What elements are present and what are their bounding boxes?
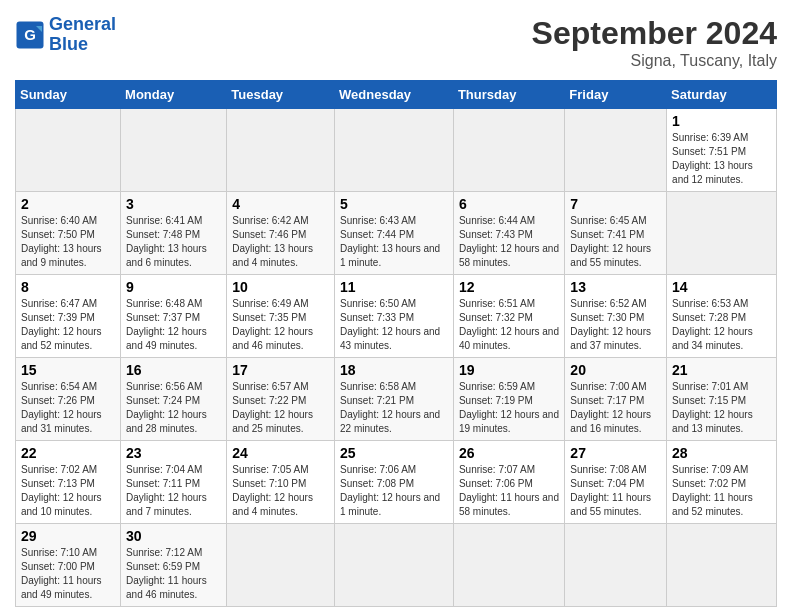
day-number: 13 [570, 279, 661, 295]
day-info: Sunrise: 7:10 AMSunset: 7:00 PMDaylight:… [21, 546, 115, 602]
day-number: 8 [21, 279, 115, 295]
col-header-saturday: Saturday [667, 81, 777, 109]
col-header-sunday: Sunday [16, 81, 121, 109]
logo-text: General Blue [49, 15, 116, 55]
calendar-cell: 4Sunrise: 6:42 AMSunset: 7:46 PMDaylight… [227, 192, 335, 275]
day-number: 27 [570, 445, 661, 461]
calendar-cell [565, 524, 667, 607]
calendar-cell: 22Sunrise: 7:02 AMSunset: 7:13 PMDayligh… [16, 441, 121, 524]
day-number: 11 [340, 279, 448, 295]
day-info: Sunrise: 7:00 AMSunset: 7:17 PMDaylight:… [570, 380, 661, 436]
day-info: Sunrise: 6:47 AMSunset: 7:39 PMDaylight:… [21, 297, 115, 353]
day-info: Sunrise: 6:56 AMSunset: 7:24 PMDaylight:… [126, 380, 221, 436]
calendar-cell [667, 524, 777, 607]
day-number: 9 [126, 279, 221, 295]
day-number: 29 [21, 528, 115, 544]
day-info: Sunrise: 6:58 AMSunset: 7:21 PMDaylight:… [340, 380, 448, 436]
calendar-cell [453, 524, 564, 607]
calendar-cell: 2Sunrise: 6:40 AMSunset: 7:50 PMDaylight… [16, 192, 121, 275]
day-info: Sunrise: 7:06 AMSunset: 7:08 PMDaylight:… [340, 463, 448, 519]
calendar-cell: 25Sunrise: 7:06 AMSunset: 7:08 PMDayligh… [335, 441, 454, 524]
day-number: 19 [459, 362, 559, 378]
day-number: 12 [459, 279, 559, 295]
day-info: Sunrise: 6:57 AMSunset: 7:22 PMDaylight:… [232, 380, 329, 436]
calendar-cell [453, 109, 564, 192]
logo-line1: General [49, 14, 116, 34]
day-info: Sunrise: 7:04 AMSunset: 7:11 PMDaylight:… [126, 463, 221, 519]
day-number: 21 [672, 362, 771, 378]
calendar-cell: 18Sunrise: 6:58 AMSunset: 7:21 PMDayligh… [335, 358, 454, 441]
month-year-title: September 2024 [532, 15, 777, 52]
page-header: G General Blue September 2024 Signa, Tus… [15, 15, 777, 70]
day-info: Sunrise: 6:45 AMSunset: 7:41 PMDaylight:… [570, 214, 661, 270]
calendar-cell [16, 109, 121, 192]
calendar-cell: 7Sunrise: 6:45 AMSunset: 7:41 PMDaylight… [565, 192, 667, 275]
logo-line2: Blue [49, 34, 88, 54]
week-row-6: 29Sunrise: 7:10 AMSunset: 7:00 PMDayligh… [16, 524, 777, 607]
day-number: 7 [570, 196, 661, 212]
week-row-3: 8Sunrise: 6:47 AMSunset: 7:39 PMDaylight… [16, 275, 777, 358]
day-number: 3 [126, 196, 221, 212]
calendar-cell: 8Sunrise: 6:47 AMSunset: 7:39 PMDaylight… [16, 275, 121, 358]
day-info: Sunrise: 7:02 AMSunset: 7:13 PMDaylight:… [21, 463, 115, 519]
day-info: Sunrise: 6:53 AMSunset: 7:28 PMDaylight:… [672, 297, 771, 353]
day-number: 4 [232, 196, 329, 212]
day-number: 16 [126, 362, 221, 378]
calendar-cell: 29Sunrise: 7:10 AMSunset: 7:00 PMDayligh… [16, 524, 121, 607]
title-block: September 2024 Signa, Tuscany, Italy [532, 15, 777, 70]
day-number: 18 [340, 362, 448, 378]
day-info: Sunrise: 6:43 AMSunset: 7:44 PMDaylight:… [340, 214, 448, 270]
day-info: Sunrise: 6:40 AMSunset: 7:50 PMDaylight:… [21, 214, 115, 270]
col-header-wednesday: Wednesday [335, 81, 454, 109]
day-info: Sunrise: 6:41 AMSunset: 7:48 PMDaylight:… [126, 214, 221, 270]
calendar-cell: 15Sunrise: 6:54 AMSunset: 7:26 PMDayligh… [16, 358, 121, 441]
day-number: 22 [21, 445, 115, 461]
week-row-1: 1Sunrise: 6:39 AMSunset: 7:51 PMDaylight… [16, 109, 777, 192]
day-number: 26 [459, 445, 559, 461]
day-info: Sunrise: 7:07 AMSunset: 7:06 PMDaylight:… [459, 463, 559, 519]
day-info: Sunrise: 6:59 AMSunset: 7:19 PMDaylight:… [459, 380, 559, 436]
calendar-cell: 5Sunrise: 6:43 AMSunset: 7:44 PMDaylight… [335, 192, 454, 275]
day-number: 10 [232, 279, 329, 295]
day-number: 20 [570, 362, 661, 378]
day-number: 15 [21, 362, 115, 378]
day-number: 5 [340, 196, 448, 212]
calendar-cell: 6Sunrise: 6:44 AMSunset: 7:43 PMDaylight… [453, 192, 564, 275]
calendar-cell: 9Sunrise: 6:48 AMSunset: 7:37 PMDaylight… [121, 275, 227, 358]
calendar-cell [121, 109, 227, 192]
calendar-cell: 13Sunrise: 6:52 AMSunset: 7:30 PMDayligh… [565, 275, 667, 358]
calendar-cell: 17Sunrise: 6:57 AMSunset: 7:22 PMDayligh… [227, 358, 335, 441]
calendar-cell [565, 109, 667, 192]
calendar-table: SundayMondayTuesdayWednesdayThursdayFrid… [15, 80, 777, 607]
calendar-cell: 21Sunrise: 7:01 AMSunset: 7:15 PMDayligh… [667, 358, 777, 441]
day-info: Sunrise: 6:50 AMSunset: 7:33 PMDaylight:… [340, 297, 448, 353]
day-number: 17 [232, 362, 329, 378]
day-info: Sunrise: 6:49 AMSunset: 7:35 PMDaylight:… [232, 297, 329, 353]
calendar-cell: 20Sunrise: 7:00 AMSunset: 7:17 PMDayligh… [565, 358, 667, 441]
week-row-2: 2Sunrise: 6:40 AMSunset: 7:50 PMDaylight… [16, 192, 777, 275]
logo: G General Blue [15, 15, 116, 55]
day-info: Sunrise: 7:09 AMSunset: 7:02 PMDaylight:… [672, 463, 771, 519]
day-info: Sunrise: 6:54 AMSunset: 7:26 PMDaylight:… [21, 380, 115, 436]
day-info: Sunrise: 6:44 AMSunset: 7:43 PMDaylight:… [459, 214, 559, 270]
calendar-cell: 10Sunrise: 6:49 AMSunset: 7:35 PMDayligh… [227, 275, 335, 358]
calendar-cell: 3Sunrise: 6:41 AMSunset: 7:48 PMDaylight… [121, 192, 227, 275]
calendar-cell: 28Sunrise: 7:09 AMSunset: 7:02 PMDayligh… [667, 441, 777, 524]
svg-text:G: G [24, 25, 36, 42]
day-info: Sunrise: 6:48 AMSunset: 7:37 PMDaylight:… [126, 297, 221, 353]
calendar-cell [667, 192, 777, 275]
day-info: Sunrise: 6:51 AMSunset: 7:32 PMDaylight:… [459, 297, 559, 353]
calendar-cell: 19Sunrise: 6:59 AMSunset: 7:19 PMDayligh… [453, 358, 564, 441]
calendar-cell: 23Sunrise: 7:04 AMSunset: 7:11 PMDayligh… [121, 441, 227, 524]
day-number: 24 [232, 445, 329, 461]
calendar-cell [335, 109, 454, 192]
day-info: Sunrise: 6:42 AMSunset: 7:46 PMDaylight:… [232, 214, 329, 270]
week-row-4: 15Sunrise: 6:54 AMSunset: 7:26 PMDayligh… [16, 358, 777, 441]
day-number: 23 [126, 445, 221, 461]
day-number: 14 [672, 279, 771, 295]
day-info: Sunrise: 7:05 AMSunset: 7:10 PMDaylight:… [232, 463, 329, 519]
day-number: 30 [126, 528, 221, 544]
day-info: Sunrise: 7:12 AMSunset: 6:59 PMDaylight:… [126, 546, 221, 602]
calendar-cell: 30Sunrise: 7:12 AMSunset: 6:59 PMDayligh… [121, 524, 227, 607]
col-header-tuesday: Tuesday [227, 81, 335, 109]
